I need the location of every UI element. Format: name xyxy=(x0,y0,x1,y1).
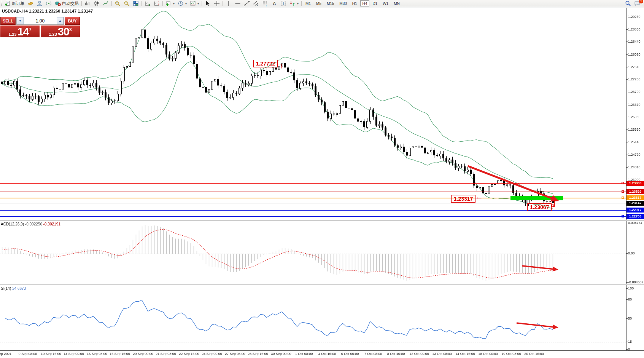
autotrading-button[interactable]: 自动交易 xyxy=(53,0,80,7)
timeframe-group: M1M5M15M30H1H4D1W1MN xyxy=(303,0,402,6)
signal-icon xyxy=(46,0,52,6)
volume-increase-button[interactable]: ▲ xyxy=(57,17,64,24)
trendline-icon xyxy=(244,0,250,6)
svg-text:F: F xyxy=(266,5,267,7)
timeframe-button[interactable]: M1 xyxy=(303,0,313,6)
candlestick-icon xyxy=(94,0,100,6)
line-chart-button[interactable] xyxy=(101,0,110,7)
volume-control: ▼ ▲ xyxy=(16,17,64,25)
timeframe-button[interactable]: M5 xyxy=(314,0,324,6)
price-level-label: 1.23147 xyxy=(627,201,644,206)
dropdown-caret: ▾ xyxy=(185,2,187,5)
volume-decrease-button[interactable]: ▼ xyxy=(17,17,24,24)
search-icon xyxy=(625,0,631,6)
timeframe-button[interactable]: MN xyxy=(391,0,402,6)
zoom-out-button[interactable] xyxy=(122,0,131,7)
market-button[interactable] xyxy=(35,0,44,7)
price-annotation-box[interactable]: 1.27722 xyxy=(253,60,278,67)
price-level-label: 1.23529 xyxy=(627,189,644,194)
price-annotation-box[interactable]: 1.23317 xyxy=(451,195,475,203)
buy-price-display[interactable]: 1.23 30 3 xyxy=(41,26,80,37)
price-level-label: 1.22917 xyxy=(627,208,644,213)
auto-scroll-button[interactable] xyxy=(143,0,152,7)
drawing-overlay xyxy=(0,0,644,358)
template-icon xyxy=(190,0,196,6)
svg-text:A: A xyxy=(273,1,276,6)
sell-price-display[interactable]: 1.23 14 7 xyxy=(0,26,40,37)
horizontal-line-icon xyxy=(235,0,241,6)
chart-shift-icon xyxy=(154,0,160,6)
trendline-button[interactable] xyxy=(242,0,251,7)
bar-chart-button[interactable] xyxy=(83,0,92,7)
candlestick-button[interactable] xyxy=(92,0,101,7)
svg-text:E: E xyxy=(257,4,258,6)
volume-input[interactable] xyxy=(24,17,57,24)
new-order-button[interactable]: 新订单 xyxy=(3,0,26,7)
one-click-trading-panel: SELL ▼ ▲ BUY 1.23 14 7 1.23 30 3 xyxy=(0,17,80,37)
dropdown-caret: ▾ xyxy=(197,2,199,5)
periods-button[interactable]: ▾ xyxy=(176,0,188,7)
notification-badge: 1 xyxy=(639,0,643,3)
fibonacci-button[interactable]: F xyxy=(261,0,270,7)
toolbar-grip[interactable] xyxy=(1,1,2,6)
autotrading-icon xyxy=(55,0,61,6)
buy-button[interactable]: BUY xyxy=(65,17,80,25)
dropdown-caret: ▾ xyxy=(297,2,299,5)
auto-scroll-icon xyxy=(145,0,151,6)
search-button[interactable] xyxy=(623,0,633,7)
horizontal-line-button[interactable] xyxy=(233,0,242,7)
svg-text:T: T xyxy=(282,1,285,6)
zoom-in-icon xyxy=(114,0,121,6)
styles-button[interactable] xyxy=(26,0,35,7)
crayon-icon xyxy=(27,0,33,6)
vertical-line-icon xyxy=(226,0,232,6)
timeframe-button[interactable]: D1 xyxy=(370,0,380,6)
line-chart-icon xyxy=(103,0,109,6)
buy-price-point: 3 xyxy=(69,27,72,32)
buy-price-base: 1.23 xyxy=(49,32,57,37)
sell-button[interactable]: SELL xyxy=(0,17,16,25)
indicators-plus-icon xyxy=(165,0,172,6)
price-annotation-box[interactable]: 1.23067 xyxy=(527,203,552,211)
price-level-label: 1.22705 xyxy=(627,214,644,219)
mt4-window: 新订单 自动交易 xyxy=(0,0,644,358)
sell-price-base: 1.23 xyxy=(8,32,16,37)
bar-chart-icon xyxy=(84,0,91,6)
zoom-in-button[interactable] xyxy=(113,0,122,7)
indicators-button[interactable]: ▾ xyxy=(164,0,176,7)
timeframe-button[interactable]: M15 xyxy=(324,0,336,6)
timeframe-button[interactable]: M30 xyxy=(337,0,349,6)
signals-button[interactable] xyxy=(44,0,53,7)
dropdown-caret: ▾ xyxy=(173,2,175,5)
cursor-icon xyxy=(205,0,211,6)
sell-price-point: 7 xyxy=(29,27,32,32)
tile-windows-icon xyxy=(133,0,139,6)
templates-button[interactable]: ▾ xyxy=(188,0,200,7)
clock-icon xyxy=(178,0,184,6)
person-icon xyxy=(37,0,43,6)
fibonacci-icon: F xyxy=(262,0,268,6)
vertical-line-button[interactable] xyxy=(224,0,233,7)
crosshair-button[interactable] xyxy=(212,0,221,7)
chart-shift-button[interactable] xyxy=(152,0,161,7)
equidistant-channel-button[interactable]: E xyxy=(251,0,261,7)
label-button[interactable]: T xyxy=(279,0,288,7)
zoom-out-icon xyxy=(124,0,130,6)
price-level-label: 1.23803 xyxy=(627,181,644,186)
timeframe-button[interactable]: H1 xyxy=(350,0,359,6)
text-a-icon: A xyxy=(271,0,277,6)
community-button[interactable]: 1 xyxy=(633,0,642,7)
timeframe-button[interactable]: W1 xyxy=(380,0,391,6)
cursor-button[interactable] xyxy=(203,0,212,7)
autotrading-label: 自动交易 xyxy=(62,1,79,6)
arrows-tool-button[interactable]: ▾ xyxy=(288,0,300,7)
sell-price-pips: 14 xyxy=(17,27,29,37)
chart-title: USDCAD-,H4 1.23221 1.23260 1.23147 1.231… xyxy=(2,9,93,13)
text-button[interactable]: A xyxy=(270,0,279,7)
channel-icon: E xyxy=(253,0,259,6)
new-order-label: 新订单 xyxy=(12,1,24,6)
price-level-label: 1.23317 xyxy=(627,195,644,200)
timeframe-button[interactable]: H4 xyxy=(360,0,370,6)
tile-windows-button[interactable] xyxy=(131,0,140,7)
buy-price-pips: 30 xyxy=(58,27,69,37)
